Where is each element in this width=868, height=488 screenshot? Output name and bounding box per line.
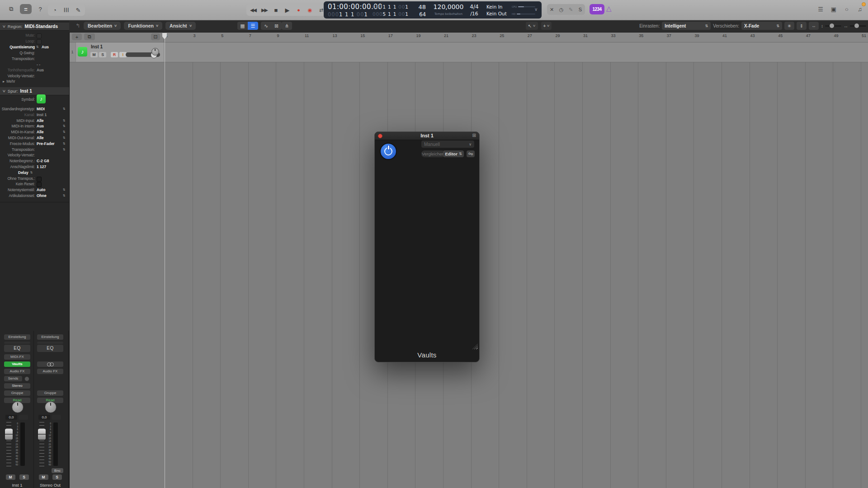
track-name-label[interactable]: Inst 1	[91, 44, 103, 49]
cycle-locator-right[interactable]: 0005 1 1 001	[373, 11, 409, 17]
plugin-window[interactable]: Inst 1 ⊞ Manuell∨ Vergleichen Editor⇅ ☍ …	[374, 131, 480, 362]
output-slot[interactable]: Stereo	[4, 383, 30, 389]
region-checkbox[interactable]	[37, 33, 42, 38]
list-editors-icon[interactable]: ☰	[816, 4, 825, 14]
tempo-value[interactable]: 120,0000	[432, 3, 465, 10]
stereo-output-format-icon[interactable]	[37, 361, 63, 367]
instrument-slot[interactable]: Vaults	[4, 361, 30, 367]
audiofx-slot[interactable]: Audio FX	[37, 369, 63, 374]
snap-select[interactable]: Intelligent⇅	[662, 22, 711, 30]
menu-funktionen[interactable]: Funktionen∨	[124, 22, 162, 30]
group-slot[interactable]: Gruppe	[4, 390, 30, 396]
track-value[interactable]: Alle	[37, 136, 44, 140]
stepper-icon[interactable]: ⇅	[63, 130, 66, 134]
solo-button[interactable]: S	[52, 474, 62, 480]
pan-value[interactable]: 0,0	[38, 415, 50, 420]
track-header[interactable]: 1 ♪ Inst 1 MSRI	[69, 42, 164, 62]
edit-icon[interactable]: ✎	[566, 5, 576, 14]
menu-bearbeiten[interactable]: Bearbeiten∨	[84, 22, 121, 30]
delay-control[interactable]: Delay⇅	[18, 170, 33, 175]
track-checkbox[interactable]	[37, 177, 42, 182]
menu-ansicht[interactable]: Ansicht∨	[165, 22, 196, 30]
track-value[interactable]: Alle	[37, 130, 44, 134]
mute-button[interactable]: M	[39, 474, 48, 480]
transport-record-button[interactable]: ●	[292, 5, 304, 15]
stepper-icon[interactable]: ⇅	[63, 107, 66, 111]
stepper-icon[interactable]: ⇅	[63, 188, 66, 192]
setting-slot[interactable]: Einstellung	[4, 334, 30, 340]
region-inspector-header[interactable]: ∨ Region: MIDI-Standards	[0, 23, 69, 31]
stepper-icon[interactable]: ⇅	[63, 136, 66, 140]
eq-slot[interactable]: EQ	[4, 345, 30, 352]
track-list-icon[interactable]: ☰	[248, 22, 258, 30]
duplicate-track-button[interactable]: ⧉	[84, 33, 95, 40]
bar-ruler[interactable]: 1357911131517192123252729313335373941434…	[164, 32, 868, 42]
stepper-icon[interactable]: ⇅	[63, 119, 66, 122]
left-click-tool-button[interactable]: ↖∨	[526, 22, 538, 30]
link-window-icon[interactable]: ⊞	[472, 133, 476, 138]
eq-thumbnail[interactable]	[4, 342, 30, 344]
pan-value-secondary[interactable]	[19, 415, 28, 420]
bar-position[interactable]: 0001 1 1 001	[328, 11, 368, 18]
replace-icon[interactable]: ✕	[547, 5, 557, 14]
metronome-icon[interactable]: △	[606, 5, 612, 13]
region-checkbox[interactable]	[37, 39, 42, 44]
region-value[interactable]: - -	[37, 62, 40, 67]
snap-burst-icon[interactable]: ✳	[784, 22, 794, 30]
track-value[interactable]: Pre-Fader	[37, 141, 55, 146]
flex-icon[interactable]: ⋔	[282, 22, 292, 30]
plugin-power-button[interactable]	[380, 143, 397, 160]
track-value[interactable]: C-2 G8	[37, 159, 49, 163]
send-knob[interactable]	[24, 376, 29, 381]
loop-browser-icon[interactable]: ○	[842, 4, 851, 14]
track-value[interactable]: Aus	[37, 124, 44, 128]
eq-thumbnail[interactable]	[37, 342, 63, 344]
region-value[interactable]: Aus	[42, 45, 49, 49]
catch-playhead-icon[interactable]: ↰	[73, 22, 83, 30]
control-bar-icon[interactable]: ▣	[829, 4, 838, 14]
fader-cap[interactable]	[38, 429, 46, 440]
transport-stop-button[interactable]: ■	[270, 5, 281, 15]
track-header-config-button[interactable]: ⊡	[151, 33, 160, 40]
track-symbol-icon[interactable]: ♪	[37, 94, 46, 103]
transport-play-button[interactable]: ▶	[281, 5, 292, 15]
tempo-mode-label[interactable]: Tempo beibehalten	[431, 12, 466, 16]
add-track-button[interactable]: +	[72, 33, 82, 40]
preset-dropdown[interactable]: Manuell∨	[421, 141, 474, 148]
track-mute-button[interactable]: M	[90, 52, 98, 57]
solo-button[interactable]: S	[19, 474, 29, 480]
region-more-disclosure[interactable]: ▸ Mehr	[3, 79, 15, 84]
track-checkbox[interactable]	[37, 182, 42, 187]
volume-fader[interactable]: 03691215182124303640455060	[2, 422, 32, 467]
media-browser-icon[interactable]: ⧉	[5, 4, 17, 14]
pan-value[interactable]: 0,0	[5, 415, 17, 420]
stepper-icon[interactable]: ⇅	[36, 45, 39, 49]
fader-cap[interactable]	[5, 429, 13, 440]
audiofx-slot[interactable]: Audio FX	[4, 369, 30, 374]
track-lane[interactable]	[164, 42, 868, 62]
arrange-area[interactable]	[164, 42, 868, 488]
horizontal-fit-icon[interactable]: ⇔	[809, 22, 819, 30]
plugin-window-titlebar[interactable]: Inst 1 ⊞	[375, 132, 479, 140]
solo-icon[interactable]: S	[576, 5, 585, 14]
stepper-icon[interactable]: ⇅	[63, 124, 66, 128]
track-value[interactable]: 1 127	[37, 164, 46, 169]
region-value[interactable]: Aus	[37, 68, 44, 72]
track-value[interactable]: Auto	[37, 188, 45, 192]
transport-forward-button[interactable]: ▶▶	[259, 5, 270, 15]
stepper-icon[interactable]: ⇅	[63, 194, 66, 197]
tuner-icon[interactable]: ◷	[557, 5, 566, 14]
marquee-icon[interactable]: ⊠	[271, 22, 282, 30]
channel-strip-name[interactable]: Inst 1	[2, 483, 32, 488]
drag-select[interactable]: X-Fade⇅	[741, 22, 782, 30]
inspector-toggle-button[interactable]: =	[20, 4, 32, 14]
track-value[interactable]: MIDI	[37, 107, 45, 111]
vertical-auto-zoom-icon[interactable]: ⇕	[797, 22, 807, 30]
volume-fader[interactable]: 03691215182124303640455060	[35, 422, 65, 467]
track-pan-knob[interactable]	[151, 48, 159, 56]
stepper-icon[interactable]: ⇅	[63, 148, 66, 151]
channel-strip-name[interactable]: Stereo Out	[35, 483, 65, 488]
track-value[interactable]: Inst 1	[37, 113, 47, 117]
division-value[interactable]: /16	[467, 11, 481, 17]
mixer-icon[interactable]: ☰	[61, 4, 71, 16]
